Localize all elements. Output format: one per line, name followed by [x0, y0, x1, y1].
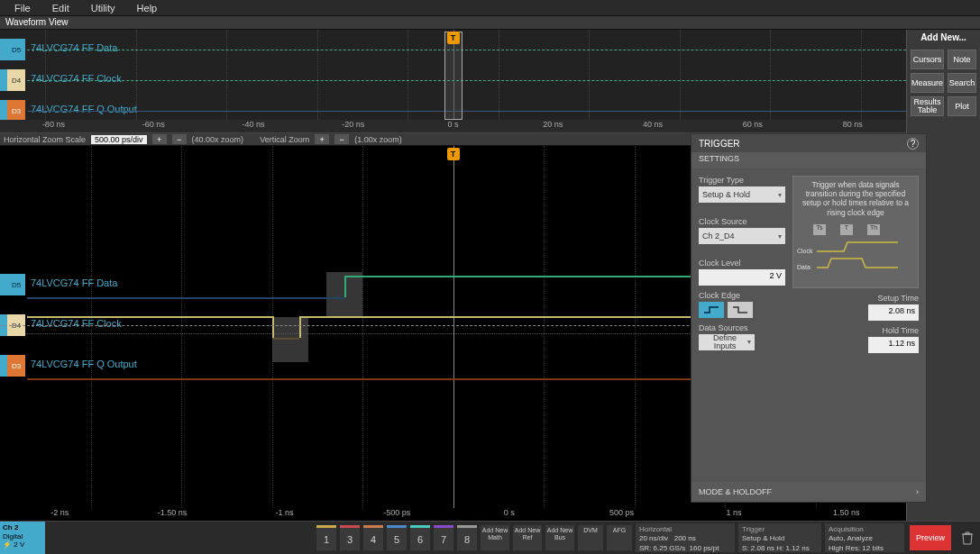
channel-label-d5: 74LVCG74 FF Data	[31, 42, 117, 53]
addnew-cursors-button[interactable]: Cursors	[911, 50, 944, 69]
hzoom-label: Horizontal Zoom Scale	[4, 135, 86, 144]
addnew-measure-button[interactable]: Measure	[911, 73, 944, 93]
channel-slot-1[interactable]: 1	[316, 525, 336, 550]
channel-label-d4: 74LVCG74 FF Clock	[31, 318, 122, 329]
preview-button[interactable]: Preview	[910, 525, 951, 550]
channel-badge-d5[interactable]: D5	[0, 39, 25, 60]
chevron-right-icon: ›	[916, 487, 919, 496]
addnew-search-button[interactable]: Search	[948, 73, 976, 93]
edge-rising-button[interactable]	[699, 302, 724, 318]
clock-level-input[interactable]: 2 V	[699, 269, 785, 286]
setup-time-label: Setup Time	[868, 294, 919, 303]
channel-num-d5: D5	[7, 39, 25, 60]
vzoom-factor: (1.00x zoom)	[354, 135, 402, 144]
clock-source-dropdown[interactable]: Ch 2_D4	[699, 228, 785, 244]
falling-edge-icon	[732, 305, 748, 314]
hold-time-label: Hold Time	[868, 326, 919, 335]
mode-holdoff-header[interactable]: MODE & HOLDOFF ›	[691, 482, 926, 502]
trigger-panel-title: TRIGGER	[699, 139, 740, 149]
addnew-plot-button[interactable]: Plot	[948, 96, 976, 116]
trigger-marker-icon: T	[447, 32, 460, 44]
channel-badge-d5[interactable]: D5	[0, 274, 25, 295]
trigger-panel: TRIGGER ? SETTINGS Trigger Type Setup & …	[691, 133, 927, 503]
bottom-bar: Ch 2 Digital ⚡ 2 V 1 3 4 5 6 7 8 Add New…	[0, 521, 980, 554]
hzoom-factor: (40.00x zoom)	[192, 135, 244, 144]
setup-time-input[interactable]: 2.08 ns	[868, 304, 919, 321]
menubar: File Edit Utility Help	[0, 0, 980, 16]
clock-level-label: Clock Level	[699, 259, 785, 268]
edge-falling-button[interactable]	[728, 302, 753, 318]
channel-badge-d3[interactable]: D3	[0, 355, 25, 377]
trigger-marker-icon: T	[447, 148, 460, 160]
horizontal-status[interactable]: Horizontal 20 ns/div 200 ns SR: 6.25 GS/…	[636, 523, 735, 552]
trigger-type-label: Trigger Type	[699, 176, 785, 185]
overview-waveform[interactable]: D5 74LVCG74 FF Data D4 74LVCG74 FF Clock…	[0, 30, 906, 133]
waveform-view-header: Waveform View	[0, 16, 980, 30]
rising-edge-icon	[703, 305, 719, 314]
trash-icon[interactable]	[957, 525, 978, 550]
menu-utility[interactable]: Utility	[80, 1, 126, 15]
hzoom-out-button[interactable]: −	[172, 134, 187, 144]
channel-badge-d3[interactable]: D3	[0, 100, 25, 122]
channel-slot-8[interactable]: 8	[457, 525, 477, 550]
vzoom-in-button[interactable]: +	[315, 134, 329, 144]
channel2-badge[interactable]: Ch 2 Digital ⚡ 2 V	[0, 522, 45, 554]
menu-help[interactable]: Help	[126, 1, 169, 15]
channel-slot-7[interactable]: 7	[434, 525, 453, 550]
addnew-header: Add New...	[907, 30, 980, 46]
data-sources-label: Data Sources	[699, 323, 785, 332]
channel-label-d3: 74LVCG74 FF Q Output	[31, 104, 137, 114]
dvm-button[interactable]: DVM	[578, 525, 603, 550]
hzoom-in-button[interactable]: +	[152, 134, 167, 144]
vzoom-out-button[interactable]: −	[334, 134, 349, 144]
addnew-note-button[interactable]: Note	[948, 50, 976, 69]
channel-label-d3: 74LVCG74 FF Q Output	[31, 359, 137, 369]
add-ref-button[interactable]: Add New Ref	[513, 525, 542, 550]
menu-edit[interactable]: Edit	[41, 1, 80, 15]
detail-timescale: -2 ns-1.50 ns -1 ns-500 ps 0 s500 ps 1 n…	[0, 508, 906, 521]
channel-slot-3[interactable]: 3	[340, 525, 360, 550]
channel-slot-5[interactable]: 5	[387, 525, 407, 550]
add-bus-button[interactable]: Add New Bus	[545, 525, 574, 550]
trigger-diagram: Trigger when data signals transition dur…	[792, 176, 919, 288]
menu-file[interactable]: File	[4, 1, 41, 15]
zoom-window-indicator[interactable]	[444, 32, 463, 120]
vzoom-label: Vertical Zoom	[260, 135, 309, 144]
clock-source-label: Clock Source	[699, 217, 785, 226]
channel-label-d4: 74LVCG74 FF Clock	[31, 73, 122, 84]
channel-num-d3: D3	[7, 100, 25, 122]
channel-label-d5: 74LVCG74 FF Data	[31, 277, 117, 288]
add-math-button[interactable]: Add New Math	[481, 525, 509, 550]
channel-badge-d4[interactable]: D4	[0, 69, 25, 91]
trigger-type-dropdown[interactable]: Setup & Hold	[699, 186, 785, 203]
acquisition-status[interactable]: Acquisition Auto, Analyze High Res: 12 b…	[825, 523, 904, 552]
overview-timescale: -80 ns-60 ns -40 ns-20 ns 0 s20 ns 40 ns…	[0, 120, 906, 132]
addnew-results-button[interactable]: Results Table	[911, 96, 944, 116]
afg-button[interactable]: AFG	[607, 525, 632, 550]
hold-time-input[interactable]: 1.12 ns	[868, 337, 919, 353]
clock-edge-label: Clock Edge	[699, 291, 785, 300]
help-icon[interactable]: ?	[907, 138, 919, 150]
channel-slot-6[interactable]: 6	[410, 525, 430, 550]
data-sources-button[interactable]: Define Inputs	[699, 334, 755, 350]
channel-num-d4: D4	[7, 69, 25, 91]
hzoom-value[interactable]: 500.00 ps/div	[91, 135, 147, 144]
trigger-settings-header[interactable]: SETTINGS	[691, 152, 926, 168]
channel-slot-4[interactable]: 4	[363, 525, 383, 550]
trigger-status[interactable]: Trigger Setup & Hold S: 2.08 ns H: 1.12 …	[738, 523, 821, 552]
